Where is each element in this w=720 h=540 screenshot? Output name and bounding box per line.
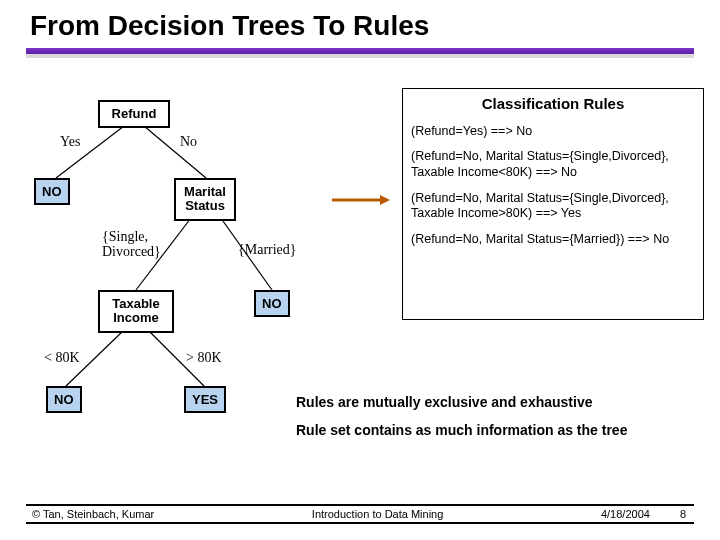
classification-rules-panel: Classification Rules (Refund=Yes) ==> No… xyxy=(402,88,704,320)
edge-refund-yes: Yes xyxy=(60,134,80,150)
footer-course: Introduction to Data Mining xyxy=(154,508,601,520)
edge-income-lt: < 80K xyxy=(44,350,80,366)
rules-panel-title: Classification Rules xyxy=(411,95,695,114)
edge-marital-married: {Married} xyxy=(238,242,297,258)
edge-income-gt: > 80K xyxy=(186,350,222,366)
decision-tree: Refund Marital Status Taxable Income NO … xyxy=(16,86,326,416)
note-line: Rules are mutually exclusive and exhaust… xyxy=(296,394,696,410)
leaf-yes-gt80k: YES xyxy=(184,386,226,413)
footer-page: 8 xyxy=(680,508,694,520)
node-marital-status: Marital Status xyxy=(174,178,236,221)
slide-title: From Decision Trees To Rules xyxy=(0,0,720,48)
title-rule xyxy=(26,48,694,54)
node-taxable-income: Taxable Income xyxy=(98,290,174,333)
arrow-implies-icon xyxy=(330,194,390,206)
leaf-no-lt80k: NO xyxy=(46,386,82,413)
rule-item: (Refund=No, Marital Status={Single,Divor… xyxy=(411,191,695,222)
leaf-no-married: NO xyxy=(254,290,290,317)
rule-item: (Refund=Yes) ==> No xyxy=(411,124,695,140)
node-refund: Refund xyxy=(98,100,170,128)
slide-footer: © Tan, Steinbach, Kumar Introduction to … xyxy=(26,504,694,524)
leaf-no-refund-yes: NO xyxy=(34,178,70,205)
edge-refund-no: No xyxy=(180,134,197,150)
svg-marker-7 xyxy=(380,195,390,205)
footer-date: 4/18/2004 xyxy=(601,508,680,520)
rule-item: (Refund=No, Marital Status={Married}) ==… xyxy=(411,232,695,248)
rule-item: (Refund=No, Marital Status={Single,Divor… xyxy=(411,149,695,180)
slide-notes: Rules are mutually exclusive and exhaust… xyxy=(296,394,696,438)
note-line: Rule set contains as much information as… xyxy=(296,422,696,438)
edge-marital-single: {Single, Divorced} xyxy=(102,230,161,259)
footer-authors: © Tan, Steinbach, Kumar xyxy=(26,508,154,520)
